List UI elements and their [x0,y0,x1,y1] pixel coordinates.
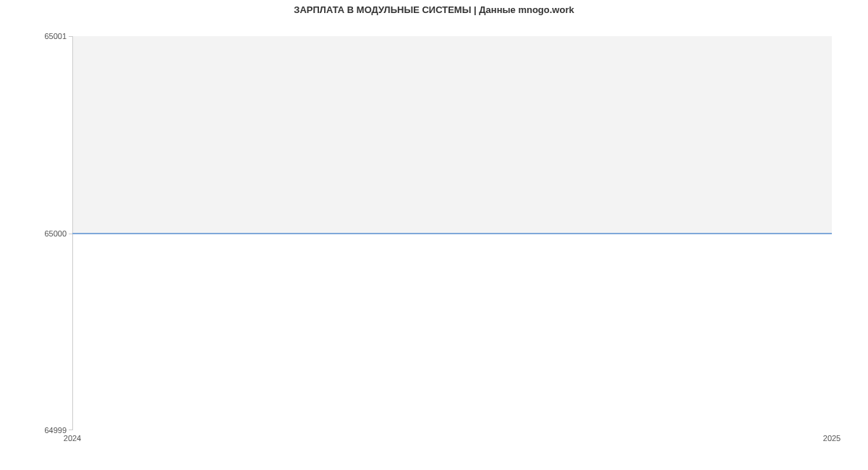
chart-container: 64999 65000 65001 2024 2025 [0,18,868,448]
grid-band-upper [72,36,832,234]
y-tick-label: 65000 [44,229,67,238]
y-tick [69,430,72,430]
x-tick-label: 2025 [823,434,841,443]
y-tick-label: 65001 [44,32,67,40]
chart-title: ЗАРПЛАТА В МОДУЛЬНЫЕ СИСТЕМЫ | Данные mn… [0,0,868,15]
series-line-segment [72,233,832,234]
y-tick [69,36,72,37]
x-tick-label: 2024 [64,434,81,443]
plot-area: 64999 65000 65001 2024 2025 [72,36,832,430]
